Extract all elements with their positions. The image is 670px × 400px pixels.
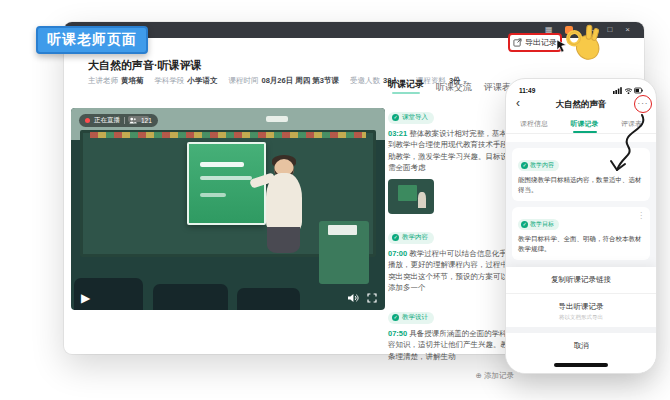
entry-badge: ✓ 课堂导入 xyxy=(388,112,434,124)
more-ellipsis-icon[interactable]: ··· xyxy=(638,100,649,108)
tab-listen-record[interactable]: 听课记录 xyxy=(388,78,424,94)
cancel-action[interactable]: 取消 xyxy=(506,333,656,359)
entry-text: 教学过程中可以结合信息化手段播放，更好的理解课程内容，过程中要突出突出这个环节，… xyxy=(388,249,516,293)
back-chevron-icon[interactable]: ‹ xyxy=(516,96,520,110)
home-indicator xyxy=(554,363,608,367)
phone-status-bar: 11:49 xyxy=(506,79,656,95)
meta-subject: 学科学段 小学语文 xyxy=(155,76,218,86)
page-annotation-label: 听课老师页面 xyxy=(36,26,148,54)
page-title: 大自然的声音·听课评课 xyxy=(88,58,202,73)
entry-timestamp[interactable]: 03:21 xyxy=(388,129,407,138)
meta-teacher: 主讲老师 黄培菊 xyxy=(88,76,144,86)
bunting-decoration xyxy=(90,132,366,138)
screenshot-stage: ▦ — □ × 大自然的声音·听课评课 主讲老师 黄培菊 学科学段 小学语文 课… xyxy=(0,0,670,400)
record-entry: ✓ 教学设计 07:50具备授课所涵盖的全面的学科内容知识，适切并让他们产生兴趣… xyxy=(388,305,518,362)
card-text: 教学目标科学、全面、明确，符合校本教材教学规律。 xyxy=(518,234,644,255)
status-time: 11:49 xyxy=(519,87,535,94)
check-circle-icon: ✓ xyxy=(392,114,399,121)
viewers-icon xyxy=(129,117,137,124)
live-video-player[interactable]: 正在直播 121 ▶ xyxy=(71,108,385,310)
volume-icon[interactable] xyxy=(347,293,359,303)
copy-record-link-action[interactable]: 复制听课记录链接 xyxy=(506,267,656,293)
card-badge: ✓ 教学目标 xyxy=(518,219,559,230)
action-sheet: 复制听课记录链接 导出听课记录 将以文档形式导出 取消 xyxy=(506,267,656,373)
export-hint: 将以文档形式导出 xyxy=(506,314,656,327)
panel-tabs: 听课记录 听课交流 评课表 xyxy=(388,78,518,94)
live-dot-icon xyxy=(85,118,90,123)
ok-hand-icon xyxy=(564,22,605,65)
check-circle-icon: ✓ xyxy=(521,221,528,228)
export-record-button[interactable]: 导出记录 xyxy=(513,37,557,48)
phone-tab-listen-record[interactable]: 听课记录 xyxy=(571,119,599,133)
ceiling-light xyxy=(266,116,288,122)
check-circle-icon: ✓ xyxy=(392,234,399,241)
add-record-button[interactable]: ⊕ 添加记录 xyxy=(388,371,518,381)
student-desk xyxy=(153,284,228,310)
status-icons xyxy=(613,86,643,94)
export-icon xyxy=(513,38,522,47)
fullscreen-icon[interactable] xyxy=(367,293,377,303)
more-button-highlight: ··· xyxy=(634,95,652,113)
phone-record-card: ⋮ ✓ 教学目标 教学目标科学、全面、明确，符合校本教材教学规律。 xyxy=(512,207,650,260)
kebab-menu-icon[interactable]: ⋮ xyxy=(637,211,645,220)
hand-drawn-arrow xyxy=(602,112,650,184)
entry-thumbnail[interactable] xyxy=(388,179,434,214)
entry-timestamp[interactable]: 07:00 xyxy=(388,249,407,258)
entry-badge: ✓ 教学内容 xyxy=(388,232,434,244)
tab-listen-chat[interactable]: 听课交流 xyxy=(436,81,472,94)
phone-tab-course-info[interactable]: 课程信息 xyxy=(520,119,548,133)
close-icon[interactable]: × xyxy=(625,26,630,34)
entry-text: 具备授课所涵盖的全面的学科内容知识，适切并让他们产生兴趣。教学条理清楚，讲解生动 xyxy=(388,329,516,361)
record-panel: 听课记录 听课交流 评课表 ✓ 课堂导入 03:21整体教案设计相对完整，基本达… xyxy=(388,78,518,381)
export-button-highlight: 导出记录 xyxy=(508,33,562,52)
meta-time: 课程时间 08月26日 周四 第3节课 xyxy=(229,76,340,86)
live-status-badge: 正在直播 121 xyxy=(79,114,158,127)
card-badge: ✓ 教学内容 xyxy=(518,160,559,171)
add-circle-icon: ⊕ xyxy=(476,371,482,380)
phone-page-title: 大自然的声音 xyxy=(556,99,607,111)
play-button[interactable]: ▶ xyxy=(81,292,90,304)
check-circle-icon: ✓ xyxy=(392,314,399,321)
record-entry: ✓ 教学内容 07:00教学过程中可以结合信息化手段播放，更好的理解课程内容，过… xyxy=(388,225,518,294)
check-circle-icon: ✓ xyxy=(521,162,528,169)
maximize-icon[interactable]: □ xyxy=(607,26,612,34)
record-entry: ✓ 课堂导入 03:21整体教案设计相对完整，基本达到教学中合理使用现代教育技术… xyxy=(388,105,518,214)
student-desk xyxy=(237,288,300,310)
entry-text: 整体教案设计相对完整，基本达到教学中合理使用现代教育技术手段辅助教学，激发学生学… xyxy=(388,129,516,173)
entry-badge: ✓ 教学设计 xyxy=(388,312,434,324)
entry-timestamp[interactable]: 07:50 xyxy=(388,329,407,338)
